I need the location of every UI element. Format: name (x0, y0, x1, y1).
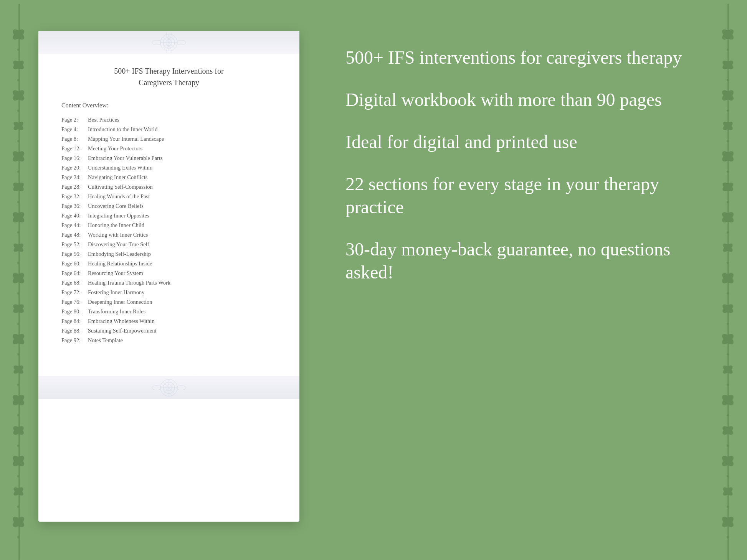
toc-section-title: Embracing Wholeness Within (88, 318, 155, 324)
toc-section-title: Meeting Your Protectors (88, 145, 142, 152)
toc-section-title: Transforming Inner Roles (88, 308, 145, 315)
features-panel: 500+ IFS interventions for caregivers th… (330, 23, 716, 307)
toc-item: Page 20:Understanding Exiles Within (61, 163, 276, 173)
toc-page-number: Page 48: (61, 232, 86, 238)
toc-page-number: Page 4: (61, 126, 86, 133)
toc-section-title: Integrating Inner Opposites (88, 212, 149, 219)
main-container: 500+ IFS Therapy Interventions for Careg… (0, 0, 747, 560)
toc-page-number: Page 84: (61, 318, 86, 324)
svg-point-123 (177, 385, 186, 390)
toc-item: Page 84:Embracing Wholeness Within (61, 316, 276, 326)
bottom-mandala-decoration (131, 377, 207, 398)
toc-section-title: Resourcing Your System (88, 270, 143, 277)
toc-section-title: Discovering Your True Self (88, 241, 149, 248)
toc-section-title: Working with Inner Critics (88, 232, 148, 238)
toc-item: Page 24:Navigating Inner Conflicts (61, 173, 276, 182)
toc-item: Page 16:Embracing Your Vulnerable Parts (61, 153, 276, 163)
toc-page-number: Page 92: (61, 337, 86, 344)
toc-page-number: Page 76: (61, 299, 86, 305)
toc-page-number: Page 28: (61, 184, 86, 190)
toc-item: Page 44:Honoring the Inner Child (61, 221, 276, 230)
document-top-decoration (38, 31, 299, 54)
feature-item-2: Digital workbook with more than 90 pages (345, 88, 701, 111)
toc-item: Page 92:Notes Template (61, 336, 276, 345)
toc-item: Page 56:Embodying Self-Leadership (61, 249, 276, 259)
toc-section-title: Notes Template (88, 337, 123, 344)
toc-item: Page 4:Introduction to the Inner World (61, 125, 276, 134)
toc-item: Page 40:Integrating Inner Opposites (61, 211, 276, 221)
toc-page-number: Page 12: (61, 145, 86, 152)
toc-page-number: Page 44: (61, 222, 86, 229)
toc-item: Page 80:Transforming Inner Roles (61, 307, 276, 316)
document-content: 500+ IFS Therapy Interventions for Careg… (38, 54, 299, 368)
toc-section-title: Understanding Exiles Within (88, 165, 152, 171)
toc-page-number: Page 56: (61, 251, 86, 257)
toc-section-title: Best Practices (88, 117, 119, 123)
toc-page-number: Page 68: (61, 280, 86, 286)
feature-item-1: 500+ IFS interventions for caregivers th… (345, 46, 701, 69)
document-bottom-decoration (38, 376, 299, 399)
feature-item-5: 30-day money-back guarantee, no question… (345, 238, 701, 284)
toc-section-title: Healing Relationships Inside (88, 260, 152, 267)
toc-item: Page 48:Working with Inner Critics (61, 230, 276, 240)
svg-point-111 (152, 40, 161, 45)
toc-section-title: Introduction to the Inner World (88, 126, 157, 133)
toc-section-title: Fostering Inner Harmony (88, 289, 144, 296)
toc-page-number: Page 20: (61, 165, 86, 171)
toc-section-title: Embracing Your Vulnerable Parts (88, 155, 163, 161)
toc-page-number: Page 24: (61, 174, 86, 181)
toc-section-title: Embodying Self-Leadership (88, 251, 151, 257)
toc-item: Page 68:Healing Trauma Through Parts Wor… (61, 278, 276, 288)
toc-item: Page 52:Discovering Your True Self (61, 240, 276, 249)
svg-point-122 (152, 385, 161, 390)
toc-page-number: Page 64: (61, 270, 86, 277)
toc-section-title: Sustaining Self-Empowerment (88, 328, 156, 334)
toc-page-number: Page 88: (61, 328, 86, 334)
toc-item: Page 28:Cultivating Self-Compassion (61, 182, 276, 192)
top-mandala-decoration (131, 32, 207, 53)
toc-page-number: Page 40: (61, 212, 86, 219)
toc-item: Page 88:Sustaining Self-Empowerment (61, 326, 276, 336)
toc-page-number: Page 72: (61, 289, 86, 296)
toc-page-number: Page 32: (61, 193, 86, 200)
toc-page-number: Page 8: (61, 136, 86, 142)
content-overview-label: Content Overview: (61, 102, 276, 109)
svg-point-112 (177, 40, 186, 45)
toc-item: Page 72:Fostering Inner Harmony (61, 288, 276, 297)
toc-item: Page 64:Resourcing Your System (61, 268, 276, 278)
toc-item: Page 36:Uncovering Core Beliefs (61, 201, 276, 211)
toc-section-title: Cultivating Self-Compassion (88, 184, 153, 190)
toc-section-title: Navigating Inner Conflicts (88, 174, 147, 181)
toc-section-title: Uncovering Core Beliefs (88, 203, 144, 209)
toc-page-number: Page 52: (61, 241, 86, 248)
toc-item: Page 32:Healing Wounds of the Past (61, 192, 276, 201)
toc-page-number: Page 36: (61, 203, 86, 209)
toc-item: Page 12:Meeting Your Protectors (61, 144, 276, 153)
toc-section-title: Healing Trauma Through Parts Work (88, 280, 170, 286)
toc-page-number: Page 2: (61, 117, 86, 123)
toc-item: Page 2:Best Practices (61, 115, 276, 125)
toc-list: Page 2:Best PracticesPage 4:Introduction… (61, 115, 276, 345)
toc-page-number: Page 16: (61, 155, 86, 161)
feature-item-3: Ideal for digital and printed use (345, 130, 701, 153)
toc-section-title: Healing Wounds of the Past (88, 193, 150, 200)
toc-item: Page 76:Deepening Inner Connection (61, 297, 276, 307)
toc-section-title: Mapping Your Internal Landscape (88, 136, 164, 142)
toc-item: Page 60:Healing Relationships Inside (61, 259, 276, 268)
toc-page-number: Page 60: (61, 260, 86, 267)
document-panel: 500+ IFS Therapy Interventions for Careg… (38, 31, 299, 522)
document-title: 500+ IFS Therapy Interventions for Careg… (61, 65, 276, 88)
toc-page-number: Page 80: (61, 308, 86, 315)
toc-section-title: Deepening Inner Connection (88, 299, 152, 305)
feature-item-4: 22 sections for every stage in your ther… (345, 173, 701, 219)
toc-section-title: Honoring the Inner Child (88, 222, 144, 229)
toc-item: Page 8:Mapping Your Internal Landscape (61, 134, 276, 144)
